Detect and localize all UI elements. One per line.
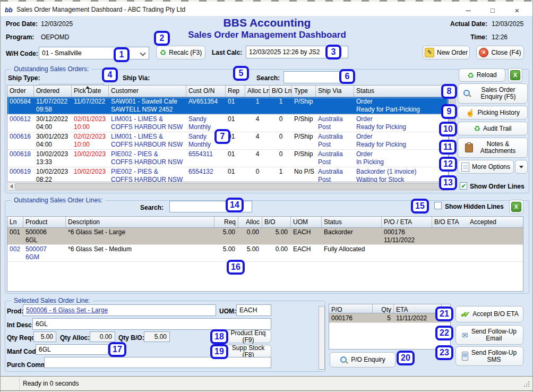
magnifier-icon (340, 356, 348, 364)
col-order[interactable]: Order (7, 86, 34, 97)
col-bo-eta[interactable]: B/O ETA (432, 217, 468, 227)
callout-badge-11: 11 (439, 140, 457, 155)
supp-stock-button[interactable]: Supp Stock (F8) (225, 345, 271, 358)
orders-group-title: Outstanding Sales Orders: (11, 65, 91, 73)
wh-code-select[interactable]: 01 - Smallville (39, 47, 149, 59)
minimize-button[interactable]: ─ (456, 3, 480, 18)
send-followup-sms-button[interactable]: Send Follow-Up SMS (455, 346, 523, 366)
more-options-dropdown-button[interactable] (515, 160, 528, 174)
qty-alloc-label: Qty Alloc: (60, 334, 90, 342)
double-check-icon: ✔✔ (460, 311, 470, 318)
show-hidden-lines-checkbox[interactable] (434, 202, 442, 209)
audit-trail-label: Audit Trail (483, 125, 511, 132)
order-row-000618[interactable]: 000618 10/02/202313:33 10/02/2023 PIE002… (7, 150, 448, 167)
title-bar[interactable]: bb Sales Order Management Dashboard - AB… (1, 2, 533, 16)
col-ship-via[interactable]: Ship Via (316, 86, 354, 97)
product-enq-button[interactable]: Product Enq (F9) (225, 330, 271, 343)
scroll-left-icon[interactable] (10, 184, 13, 189)
lines-excel-export-button[interactable]: X (509, 200, 523, 214)
qty-reqd-label: Qty Reqd: (7, 334, 37, 342)
col-po[interactable]: P/O (329, 304, 373, 313)
product-link[interactable]: 500006 - 6 Glass Set - Large (26, 306, 108, 314)
orders-excel-export-button[interactable]: X (508, 68, 522, 82)
last-calc-label: Last Calc: (212, 49, 242, 56)
callout-badge-10: 10 (439, 122, 457, 137)
recalc-button[interactable]: ♻ Recalc (F3) (156, 46, 205, 59)
scrollbar-thumb[interactable] (15, 183, 441, 190)
col-product[interactable]: Product (23, 217, 66, 227)
col-status[interactable]: Status (354, 86, 449, 97)
accept-bo-eta-button[interactable]: ✔✔ Accept B/O ETA (455, 306, 523, 322)
dropdown-arrow-icon (519, 166, 523, 168)
send-followup-email-button[interactable]: ✉ Send Follow-Up Email (455, 325, 523, 345)
col-bo-ln[interactable]: B/O Ln (270, 86, 292, 97)
manf-code-field: 6GL (36, 344, 108, 355)
excel-icon: X (510, 70, 520, 80)
col-ordered[interactable]: Ordered (34, 86, 72, 97)
callout-badge-17: 17 (108, 342, 126, 357)
col-type[interactable]: Type (292, 86, 316, 97)
new-order-button[interactable]: ✎ New Order (423, 46, 470, 59)
application-window: bb Sales Order Management Dashboard - AB… (0, 0, 533, 392)
send-followup-email-label: Send Follow-Up Email (470, 328, 517, 342)
col-accepted[interactable]: Accepted (468, 217, 524, 227)
minimize-icon: ─ (466, 6, 470, 14)
page-title: Sales Order Management Dashboard (134, 30, 400, 40)
orders-horizontal-scrollbar[interactable] (7, 182, 449, 191)
recalc-label: Recalc (F3) (169, 49, 202, 56)
col-req[interactable]: Req (214, 217, 238, 227)
qty-bo-field: 5.00 (144, 331, 170, 342)
show-hidden-lines-label: Show Hidden Lines (445, 203, 504, 210)
resize-grip[interactable] (523, 380, 530, 388)
col-qty[interactable]: Qty (373, 304, 394, 313)
col-eta[interactable]: ETA (394, 304, 442, 313)
recycle-icon: ♻ (474, 125, 481, 132)
col-alloc-ln[interactable]: Alloc Ln (245, 86, 270, 97)
excel-icon: X (511, 202, 521, 212)
col-ln[interactable]: Ln (7, 217, 23, 227)
col-uom[interactable]: UOM (291, 217, 322, 227)
picking-history-button[interactable]: ☝ Picking History (458, 106, 528, 120)
recycle-icon: ♻ (467, 72, 474, 79)
line-row-002[interactable]: 002 5000076GM *6 Glass Set - Medium 5.00… (7, 245, 523, 262)
qty-reqd-field: 5.00 (33, 331, 56, 342)
col-customer[interactable]: Customer (109, 86, 186, 97)
reload-button[interactable]: ♻ Reload (459, 69, 505, 82)
email-icon: ✉ (462, 331, 468, 339)
status-bar: Ready in 0 seconds (1, 376, 533, 390)
po-enquiry-button[interactable]: P/O Enquiry (330, 352, 396, 368)
callout-badge-3: 3 (325, 45, 341, 59)
notes-attachments-button[interactable]: Notes & Attachments (458, 138, 528, 158)
orders-search-label: Search: (256, 74, 280, 82)
sales-order-enquiry-label: Sales Order Enquiry (F5) (474, 87, 523, 100)
po-row-000176[interactable]: 000176 5 11/11/2022 (329, 313, 450, 323)
more-options-button[interactable]: More Options (458, 160, 514, 174)
program-label: Program: (6, 33, 34, 41)
col-bo[interactable]: B/O (262, 217, 291, 227)
show-order-lines-checkbox[interactable]: ✔ (460, 182, 467, 190)
sales-order-enquiry-button[interactable]: Sales Order Enquiry (F5) (458, 83, 528, 104)
col-status[interactable]: Status (322, 217, 382, 227)
col-po-eta[interactable]: P/O / ETA (382, 217, 432, 227)
callout-badge-21: 21 (435, 306, 453, 321)
col-pick-date[interactable]: Pick Date (72, 86, 109, 97)
callout-badge-5: 5 (233, 66, 249, 81)
col-rep[interactable]: Rep (226, 86, 245, 97)
wh-code-value: 01 - Smallville (42, 49, 82, 57)
close-f4-button[interactable]: × Close (F4) (476, 46, 524, 59)
callout-badge-22: 22 (435, 326, 453, 340)
close-window-button[interactable]: × (505, 3, 529, 18)
phone-icon (462, 352, 468, 361)
col-cust-on[interactable]: Cust O/N (186, 86, 226, 97)
order-row-000584[interactable]: 000584 11/07/202209:58 11/07/2022 SAW001… (7, 97, 448, 115)
maximize-button[interactable]: □ (480, 3, 505, 18)
new-order-note-icon: ✎ (425, 48, 434, 57)
callout-badge-8: 8 (441, 84, 457, 99)
col-description[interactable]: Description (66, 217, 214, 227)
line-row-001[interactable]: 001 5000066GL *6 Glass Set - Large 5.00 … (7, 228, 523, 245)
selected-line-vertical-scrollbar[interactable] (319, 306, 325, 370)
audit-trail-button[interactable]: ♻ Audit Trail (458, 122, 528, 135)
close-icon: × (515, 6, 520, 15)
col-alloc[interactable]: Alloc (238, 217, 262, 227)
check-icon: ✔ (461, 183, 466, 189)
